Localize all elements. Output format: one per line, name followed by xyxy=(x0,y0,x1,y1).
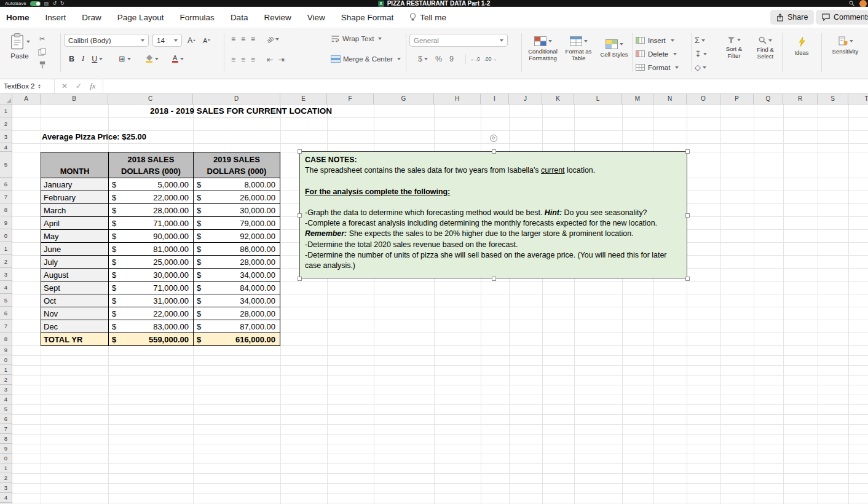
table-cell-2019[interactable]: $34,000.00 xyxy=(194,269,280,282)
table-cell-month[interactable]: Oct xyxy=(41,294,109,307)
row-header-18[interactable]: 8 xyxy=(0,333,12,345)
row-header-11[interactable]: 1 xyxy=(0,242,12,255)
table-cell-month[interactable]: February xyxy=(41,191,109,204)
format-painter-button[interactable] xyxy=(39,61,46,69)
table-cell-month[interactable]: Sept xyxy=(41,282,109,294)
underline-button[interactable]: U xyxy=(92,55,103,63)
table-cell-month[interactable]: May xyxy=(41,230,109,243)
table-header-2018[interactable]: 2018 SALESDOLLARS (000) xyxy=(109,152,194,178)
selection-handle[interactable] xyxy=(685,149,690,154)
table-cell-month[interactable]: January xyxy=(41,178,109,191)
table-header-2019[interactable]: 2019 SALESDOLLARS (000) xyxy=(194,152,280,178)
column-header-J[interactable]: J xyxy=(509,93,542,104)
column-header-C[interactable]: C xyxy=(108,93,193,104)
sort-filter-button[interactable]: Sort & Filter xyxy=(719,36,749,59)
table-cell-2019[interactable]: $28,000.00 xyxy=(194,256,280,269)
name-box[interactable]: TextBox 2 xyxy=(0,79,55,93)
undo-icon[interactable]: ↺ xyxy=(52,1,57,6)
search-icon[interactable] xyxy=(849,1,854,6)
table-cell-month[interactable]: Nov xyxy=(41,307,109,320)
tab-page-layout[interactable]: Page Layout xyxy=(117,13,164,22)
find-select-button[interactable]: Find & Select xyxy=(751,36,779,60)
total-row-label[interactable]: TOTAL YR xyxy=(41,333,109,345)
spreadsheet-grid[interactable]: ABCDEFGHIJKLMNOPQRST12345678901234567890… xyxy=(0,93,868,504)
accounting-format-button[interactable]: $ xyxy=(418,55,428,63)
insert-function-button[interactable]: fx xyxy=(90,81,95,91)
table-cell-month[interactable]: August xyxy=(41,269,109,282)
align-center-button[interactable]: ≡ xyxy=(241,55,245,64)
row-header-30[interactable]: 0 xyxy=(0,454,12,463)
table-cell-2019[interactable]: $87,000.00 xyxy=(194,320,280,333)
row-header-7[interactable]: 7 xyxy=(0,191,12,203)
table-header-month[interactable]: MONTH xyxy=(41,152,109,178)
row-header-17[interactable]: 7 xyxy=(0,320,12,333)
row-header-1[interactable]: 1 xyxy=(0,104,12,117)
table-cell-2018[interactable]: $22,000.00 xyxy=(109,191,194,204)
italic-button[interactable]: I xyxy=(82,54,84,63)
table-cell-2018[interactable]: $81,000.00 xyxy=(109,243,194,256)
decrease-decimal-button[interactable]: .00→ xyxy=(484,56,497,62)
fill-color-button[interactable] xyxy=(146,55,159,63)
column-header-S[interactable]: S xyxy=(818,93,848,104)
table-cell-2019[interactable]: $92,000.00 xyxy=(194,230,280,243)
row-header-22[interactable]: 2 xyxy=(0,375,12,385)
total-cell-2018[interactable]: $559,000.00 xyxy=(109,333,194,345)
paste-button[interactable]: Paste xyxy=(5,33,34,60)
number-format-select[interactable]: General xyxy=(409,34,508,47)
table-cell-2018[interactable]: $25,000.00 xyxy=(109,256,194,269)
autosave-toggle[interactable] xyxy=(30,1,41,6)
ideas-button[interactable]: Ideas xyxy=(786,36,818,57)
table-cell-2019[interactable]: $30,000.00 xyxy=(194,204,280,217)
selection-handle[interactable] xyxy=(685,277,690,281)
row-header-10[interactable]: 0 xyxy=(0,229,12,242)
format-cells-button[interactable]: Format xyxy=(636,61,679,74)
enter-button[interactable]: ✓ xyxy=(76,82,82,90)
name-box-stepper[interactable] xyxy=(38,84,41,89)
row-header-25[interactable]: 5 xyxy=(0,404,12,414)
column-header-L[interactable]: L xyxy=(574,93,622,104)
row-header-27[interactable]: 7 xyxy=(0,424,12,434)
cut-button[interactable]: ✂ xyxy=(39,35,45,43)
selection-handle[interactable] xyxy=(298,149,302,154)
row-header-15[interactable]: 5 xyxy=(0,294,12,307)
selection-handle[interactable] xyxy=(685,213,690,218)
row-header-34[interactable]: 4 xyxy=(0,493,12,503)
align-middle-button[interactable]: ≡ xyxy=(241,35,245,44)
table-cell-2018[interactable]: $5,000.00 xyxy=(109,178,194,191)
share-button[interactable]: Share xyxy=(770,10,814,25)
wrap-text-button[interactable]: Wrap Text xyxy=(331,35,382,42)
tab-draw[interactable]: Draw xyxy=(82,13,101,22)
column-header-P[interactable]: P xyxy=(720,93,754,104)
formula-input[interactable] xyxy=(103,79,868,93)
row-header-23[interactable]: 3 xyxy=(0,385,12,395)
row-header-21[interactable]: 1 xyxy=(0,365,12,375)
column-header-R[interactable]: R xyxy=(783,93,818,104)
cell-avg-price[interactable]: Average Pizza Price: $25.00 xyxy=(42,130,146,143)
comments-button[interactable]: Comments xyxy=(816,10,868,25)
borders-button[interactable]: ⊞ xyxy=(119,54,130,63)
increase-decimal-button[interactable]: ←.0 xyxy=(470,56,480,62)
row-header-19[interactable]: 9 xyxy=(0,345,12,355)
tab-shape-format[interactable]: Shape Format xyxy=(341,13,394,22)
row-header-5[interactable]: 5 xyxy=(0,152,12,178)
column-header-H[interactable]: H xyxy=(434,93,481,104)
sensitivity-button[interactable]: Sensitivity xyxy=(826,36,865,55)
conditional-formatting-button[interactable]: Conditional Formatting xyxy=(525,36,561,61)
table-cell-2018[interactable]: $90,000.00 xyxy=(109,230,194,243)
select-all-corner[interactable] xyxy=(0,93,12,104)
table-cell-2018[interactable]: $71,000.00 xyxy=(109,217,194,230)
column-header-O[interactable]: O xyxy=(687,93,720,104)
avatar[interactable] xyxy=(859,0,867,7)
tell-me[interactable]: Tell me xyxy=(409,13,446,22)
percent-format-button[interactable]: % xyxy=(435,55,442,63)
merge-center-button[interactable]: Merge & Center xyxy=(331,55,401,63)
autosum-button[interactable]: Σ xyxy=(695,34,705,47)
align-bottom-button[interactable]: ≡ xyxy=(251,35,255,44)
table-cell-2019[interactable]: $84,000.00 xyxy=(194,282,280,294)
selection-handle[interactable] xyxy=(298,277,302,281)
tab-home[interactable]: Home xyxy=(6,13,30,22)
redo-icon[interactable]: ↻ xyxy=(60,1,65,6)
row-header-9[interactable]: 9 xyxy=(0,216,12,229)
font-size-select[interactable]: 14 xyxy=(152,34,182,47)
align-right-button[interactable]: ≡ xyxy=(251,55,255,64)
